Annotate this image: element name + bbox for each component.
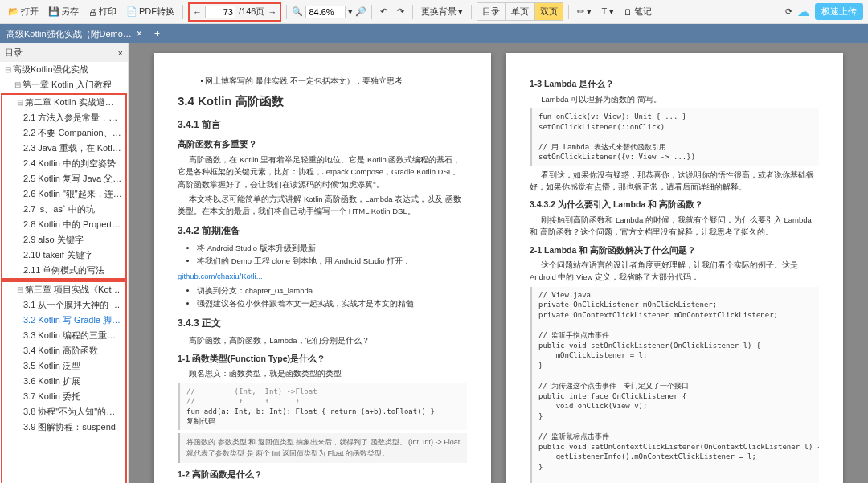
body-text: 这个问题站在语言的设计者角度更好理解，让我们看个实际的例子。这是 Android… (530, 259, 819, 283)
list-item: 将我们的 Demo 工程 clone 到本地，用 Android Studio … (197, 255, 467, 267)
github-link[interactable]: github.com/chaxiu/Kotli... (178, 272, 263, 280)
separator (286, 5, 287, 19)
open-button[interactable]: 📂打开 (5, 4, 42, 19)
code-block: fun onClick(v: View): Unit { ... } setOn… (530, 108, 819, 166)
text-tool-icon[interactable]: T ▾ (598, 5, 617, 18)
highlight-box-2: 第三章 项目实战《Kotlin Jetpack 实战》 3.1 从一个膜拜大神的… (1, 280, 127, 483)
active-tab[interactable]: 高级Kotlin强化实战（附Demo… × (0, 24, 149, 43)
close-toc-icon[interactable]: × (118, 48, 123, 58)
quote-block: 将函数的 参数类型 和 返回值类型 抽象出来后，就得到了 函数类型。 (Int,… (178, 433, 467, 463)
toc-item-active[interactable]: 3.2 Kotlin 写 Gradle 脚本是一种什么体验 (2, 313, 125, 328)
toc-item[interactable]: 3.4 Kotlin 高阶函数 (2, 343, 125, 358)
tab-title: 高级Kotlin强化实战（附Demo… (6, 28, 132, 40)
separator (568, 5, 569, 19)
toc-item[interactable]: 2.8 Kotlin 中的 Property 的理解 (2, 217, 125, 232)
heading-2: 3.4 Kotlin 高阶函数 (178, 92, 467, 111)
toc-item[interactable]: 3.1 从一个膜拜大神的 Demo 开始 (2, 297, 125, 313)
chevron-down-icon[interactable]: ▾ (348, 6, 353, 17)
body-text: 本文将以尽可能简单的方式讲解 Kotlin 高阶函数，Lambda 表达式，以及… (178, 193, 467, 217)
page-viewport[interactable]: 网上博客写的 最佳实践 不一定包括本文），要独立思考 3.4 Kotlin 高阶… (129, 43, 868, 483)
single-page-button[interactable]: 单页 (506, 2, 534, 21)
heading-4: 高阶函数有多重要？ (178, 137, 467, 151)
page-total-label: /146页 (239, 6, 264, 18)
toc-root[interactable]: 高级Kotlin强化实战 (0, 62, 128, 77)
highlight-icon[interactable]: ✏ ▾ (574, 5, 595, 18)
body-text: Lambda 可以理解为函数的 简写。 (530, 93, 819, 105)
document-tabs: 高级Kotlin强化实战（附Demo… × + (0, 24, 868, 43)
toc-header: 目录 × (0, 43, 128, 62)
body-text: 看到这，如果你没有疑惑，那恭喜你，这说明你的悟性很高，或者说你基础很好；如果你感… (530, 169, 819, 193)
code-block: // (Int, Int) ->Float // ↑ ↑ ↑ fun add(a… (178, 383, 467, 430)
heading-4: 1-3 Lambda 是什么？ (530, 77, 819, 91)
toc-item[interactable]: 2.5 Kotlin 复写 Java 父类中的方法 (2, 171, 125, 186)
toc-item[interactable]: 2.11 单例模式的写法 (2, 263, 125, 278)
double-page-button[interactable]: 双页 (534, 2, 563, 21)
save-as-button[interactable]: 💾另存 (45, 4, 82, 19)
list-item: 强烈建议各位小伙伴跟着本文一起实战，实战才是本文的精髓 (197, 297, 467, 309)
page-left: 网上博客写的 最佳实践 不一定包括本文），要独立思考 3.4 Kotlin 高阶… (154, 53, 491, 483)
toc-ch2[interactable]: 第二章 Kotlin 实战避坑指南 (2, 95, 125, 110)
toc-item[interactable]: 2.4 Kotlin 中的判空姿势 (2, 156, 125, 171)
rotate-left-icon[interactable]: ↶ (377, 5, 391, 18)
zoom-in-icon[interactable]: 🔎 (355, 6, 366, 17)
pdf-convert-button[interactable]: 📄PDF转换 (123, 4, 178, 19)
body-text: 高阶函数，高阶函数，Lambda，它们分别是什么？ (178, 334, 467, 346)
list-item: 切换到分支：chapter_04_lambda (197, 284, 467, 297)
body-text: 网上博客写的 最佳实践 不一定包括本文），要独立思考 (178, 75, 467, 87)
toc-item[interactable]: 2.9 also 关键字 (2, 232, 125, 248)
highlight-box-1: 第二章 Kotlin 实战避坑指南 2.1 方法入参是常量，不可修改 2.2 不… (1, 93, 127, 280)
cloud-icon[interactable]: ☁ (797, 4, 810, 19)
print-button[interactable]: 🖨打印 (85, 4, 120, 19)
chevron-down-icon: ▾ (458, 6, 463, 17)
heading-3: 3.4.1 前言 (178, 117, 467, 133)
toc-item[interactable]: 2.1 方法入参是常量，不可修改 (2, 110, 125, 125)
toc-item[interactable]: 3.7 Kotlin 委托 (2, 389, 125, 404)
toc-item[interactable]: 3.9 图解协程：suspend (2, 420, 125, 435)
upload-button[interactable]: 极速上传 (815, 3, 863, 20)
heading-3: 3.4.3 正文 (178, 316, 467, 331)
background-button[interactable]: 更换背景 ▾ (418, 4, 466, 19)
body-text: 顾名思义：函数类型，就是函数类型的类型 (178, 367, 467, 379)
note-button[interactable]: 🗒 笔记 (620, 4, 655, 19)
toc-item[interactable]: 3.5 Kotlin 泛型 (2, 358, 125, 374)
separator (182, 5, 183, 19)
toc-item[interactable]: 3.6 Kotlin 扩展 (2, 374, 125, 389)
add-tab-button[interactable]: + (149, 28, 165, 39)
heading-4: 2-1 Lambda 和 高阶函数解决了什么问题？ (530, 244, 819, 257)
zoom-out-icon[interactable]: 🔍 (292, 6, 303, 17)
separator (412, 5, 413, 19)
toc-sidebar: 目录 × 高级Kotlin强化实战 第一章 Kotlin 入门教程 第二章 Ko… (0, 43, 129, 483)
prev-page-icon[interactable]: ← (193, 7, 202, 17)
print-icon: 🖨 (88, 7, 97, 17)
toc-item[interactable]: 2.3 Java 重载，在 Kotlin 中怎么巧妙过渡 (2, 141, 125, 156)
main-toolbar: 📂打开 💾另存 🖨打印 📄PDF转换 ← /146页 → 🔍 ▾ 🔎 ↶ ↷ 更… (0, 0, 868, 24)
zoom-input[interactable] (305, 6, 346, 18)
toc-ch1[interactable]: 第一章 Kotlin 入门教程 (0, 77, 128, 92)
separator (371, 5, 372, 19)
toc-item[interactable]: 3.8 协程"不为人知"的调试技巧 (2, 404, 125, 420)
heading-4: 1-1 函数类型(Function Type)是什么？ (178, 352, 467, 366)
body-text: 刚接触到高阶函数和 Lambda 的时候，我就有个疑问：为什么要引入 Lambd… (530, 214, 819, 238)
close-tab-icon[interactable]: × (137, 28, 142, 39)
heading-4: 3.4.3.2 为什么要引入 Lambda 和 高阶函数？ (530, 198, 819, 211)
toc-title: 目录 (5, 47, 23, 59)
code-block: // View.java private OnClickListener mOn… (530, 287, 819, 483)
toc-item[interactable]: 2.7 is、as` 中的坑 (2, 202, 125, 217)
toc-item[interactable]: 2.6 Kotlin "狠"起来，连TODO都不放过！ (2, 186, 125, 202)
list-item: 将 Android Studio 版本升级到最新 (197, 242, 467, 254)
save-icon: 💾 (48, 6, 59, 17)
folder-icon: 📂 (8, 6, 19, 17)
view-mode-group: 目录 单页 双页 (477, 2, 563, 21)
heading-3: 3.4.2 前期准备 (178, 223, 467, 239)
page-number-input[interactable] (205, 6, 235, 18)
heading-4: 1-2 高阶函数是什么？ (178, 468, 467, 481)
toc-view-button[interactable]: 目录 (477, 2, 506, 21)
rotate-right-icon[interactable]: ↷ (394, 5, 407, 18)
toc-item[interactable]: 2.2 不要 Companion、INSTANCE? (2, 125, 125, 141)
refresh-icon[interactable]: ⟳ (785, 6, 792, 17)
next-page-icon[interactable]: → (268, 7, 276, 17)
toc-item[interactable]: 3.3 Kotlin 编程的三重境界 (2, 328, 125, 343)
toc-ch3[interactable]: 第三章 项目实战《Kotlin Jetpack 实战》 (2, 282, 125, 297)
toc-item[interactable]: 2.10 takeif 关键字 (2, 248, 125, 263)
separator (471, 5, 472, 19)
